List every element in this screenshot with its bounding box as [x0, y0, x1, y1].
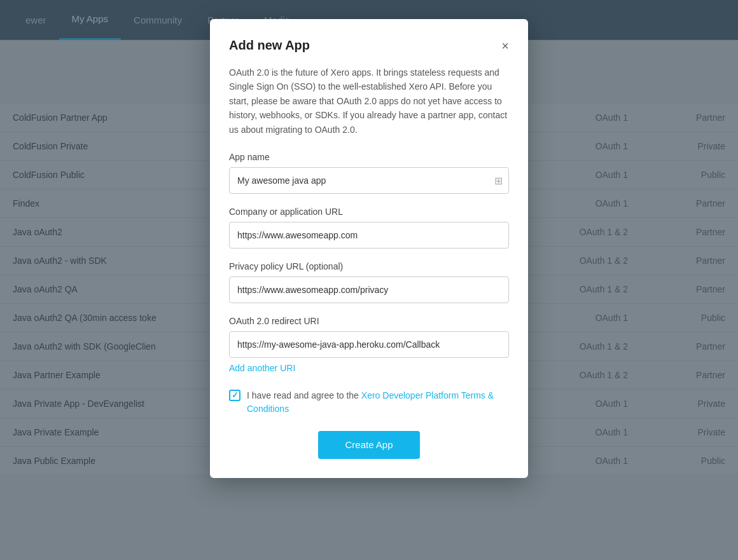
company-url-label: Company or application URL [229, 207, 509, 217]
terms-checkbox-row: ✓ I have read and agree to the Xero Deve… [229, 389, 509, 416]
app-name-label: App name [229, 152, 509, 162]
app-name-input-wrapper: ⊞ [229, 167, 509, 194]
terms-checkbox[interactable]: ✓ [229, 390, 240, 401]
modal-title: Add new App [229, 38, 310, 53]
modal-description: OAuth 2.0 is the future of Xero apps. It… [229, 65, 509, 137]
add-another-uri-link[interactable]: Add another URI [229, 363, 295, 373]
terms-label: I have read and agree to the Xero Develo… [247, 389, 509, 416]
company-url-field-group: Company or application URL [229, 207, 509, 249]
add-app-modal: Add new App × OAuth 2.0 is the future of… [210, 19, 528, 478]
privacy-url-input[interactable] [229, 277, 509, 303]
create-app-button[interactable]: Create App [318, 431, 420, 459]
modal-header: Add new App × [229, 38, 509, 53]
redirect-uri-field-group: OAuth 2.0 redirect URI Add another URI [229, 316, 509, 374]
app-name-field-group: App name ⊞ [229, 152, 509, 194]
redirect-uri-input[interactable] [229, 331, 509, 358]
company-url-input[interactable] [229, 222, 509, 249]
terms-text-before: I have read and agree to the [247, 390, 361, 400]
app-name-input[interactable] [229, 167, 509, 194]
redirect-uri-label: OAuth 2.0 redirect URI [229, 316, 509, 326]
privacy-url-label: Privacy policy URL (optional) [229, 261, 509, 271]
checkmark-icon: ✓ [232, 391, 239, 399]
privacy-url-field-group: Privacy policy URL (optional) [229, 261, 509, 303]
close-button[interactable]: × [501, 39, 509, 52]
modal-overlay: Add new App × OAuth 2.0 is the future of… [0, 0, 738, 560]
copy-icon: ⊞ [494, 174, 503, 186]
